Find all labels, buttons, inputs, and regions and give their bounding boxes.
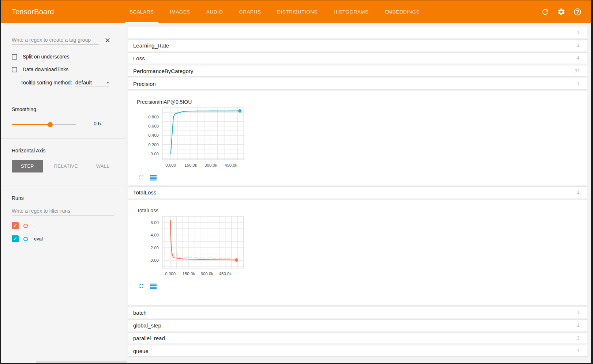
tag-group-row-totalloss[interactable]: TotalLoss 1 (128, 186, 588, 198)
axis-wall-button[interactable]: WALL (90, 160, 116, 172)
svg-text:0.00: 0.00 (151, 258, 159, 262)
horizontal-scrollbar-thumb[interactable] (36, 361, 127, 363)
svg-text:0.600: 0.600 (148, 124, 159, 128)
runs-heading: Runs (12, 195, 114, 201)
sidebar-divider (1, 97, 125, 97)
tab-audio[interactable]: AUDIO (198, 0, 231, 23)
totalloss-expanded-section: TotalLoss 0.000150.0k300.0k450.0k0.002.0… (128, 199, 588, 306)
run-dot-color-swatch (23, 224, 28, 228)
tag-group-row-unnamed[interactable]: 1 (128, 27, 588, 38)
tag-group-row-learning-rate[interactable]: Learning_Rate 1 (128, 39, 588, 51)
sidebar-divider (1, 138, 125, 139)
data-table-bars-icon[interactable] (150, 283, 157, 289)
run-row-dot[interactable]: ✓ . (12, 222, 114, 229)
data-table-bars-icon[interactable] (150, 175, 157, 181)
tag-count-badge: 2 (577, 335, 579, 341)
tag-group-row-queue[interactable]: queue 1 (128, 345, 588, 357)
run-eval-label: eval (34, 236, 43, 242)
scalars-dashboard: 1 Learning_Rate 1 Loss 4 PerformanceByCa… (125, 23, 591, 363)
run-row-eval[interactable]: ✓ eval (12, 235, 114, 242)
tooltip-sorting-value: default (75, 79, 92, 86)
svg-text:150.0k: 150.0k (183, 272, 195, 276)
svg-text:300.0k: 300.0k (204, 163, 217, 167)
tab-distributions[interactable]: DISTRIBUTIONS (269, 0, 326, 23)
data-download-links-checkbox[interactable] (12, 67, 17, 72)
sidebar-divider (1, 186, 125, 186)
tooltip-sorting-select[interactable]: default ▾ (75, 79, 109, 87)
svg-text:450.0k: 450.0k (225, 163, 237, 167)
smoothing-heading: Smoothing (12, 106, 114, 112)
tag-count-badge: 1 (577, 81, 579, 86)
split-on-underscores-checkbox[interactable] (12, 54, 17, 60)
totalloss-chart-card: TotalLoss 0.000150.0k300.0k450.0k0.002.0… (136, 208, 253, 289)
svg-text:6.00: 6.00 (151, 220, 159, 225)
svg-text:0.800: 0.800 (148, 115, 159, 119)
tag-group-row-loss[interactable]: Loss 4 (128, 52, 588, 64)
clear-filter-icon[interactable]: ✕ (105, 37, 110, 44)
tab-graphs[interactable]: GRAPHS (231, 0, 269, 23)
svg-text:2.00: 2.00 (151, 246, 159, 250)
tag-count-badge: 1 (577, 348, 579, 353)
axis-step-button[interactable]: STEP (12, 160, 43, 172)
totalloss-line-chart[interactable]: 0.000150.0k300.0k450.0k0.002.004.006.00 (136, 214, 253, 281)
settings-sidebar: ✕ Split on underscores Data download lin… (1, 23, 125, 363)
tag-count-badge: 1 (577, 190, 579, 195)
chevron-down-icon: ▾ (107, 80, 109, 85)
svg-text:0.000: 0.000 (165, 163, 176, 167)
tag-count-badge: 1 (577, 310, 579, 315)
tag-count-badge: 4 (577, 56, 579, 61)
run-dot-checkbox[interactable]: ✓ (12, 222, 19, 229)
settings-gear-icon[interactable] (557, 7, 566, 16)
tag-count-badge: 1 (577, 43, 579, 48)
chart-title: TotalLoss (137, 208, 253, 213)
tag-count-badge: 1 (577, 30, 579, 35)
tab-histograms[interactable]: HISTOGRAMS (326, 0, 377, 23)
smoothing-slider[interactable] (12, 124, 76, 125)
svg-text:150.0k: 150.0k (184, 163, 197, 167)
tab-embeddings[interactable]: EMBEDDINGS (377, 0, 428, 23)
app-title: TensorBoard (12, 0, 121, 23)
svg-text:0.200: 0.200 (148, 143, 159, 147)
smoothing-value-field[interactable]: 0.6 (94, 121, 114, 128)
tab-images[interactable]: IMAGES (162, 0, 199, 23)
refresh-icon[interactable] (541, 7, 549, 16)
axis-relative-button[interactable]: RELATIVE (48, 160, 85, 172)
expand-chart-icon[interactable] (138, 283, 145, 289)
tag-group-row-batch[interactable]: batch 1 (128, 307, 588, 318)
tag-group-row-global-step[interactable]: global_step 1 (128, 319, 588, 331)
smoothing-slider-thumb[interactable] (48, 122, 53, 127)
runs-filter-input[interactable] (12, 206, 114, 216)
horizontal-axis-heading: Horizontal Axis (12, 148, 114, 153)
tag-group-row-precision[interactable]: Precision 1 (128, 78, 588, 90)
split-on-underscores-option[interactable]: Split on underscores (12, 54, 114, 60)
svg-text:0.00: 0.00 (151, 152, 159, 156)
precision-chart-card: Precision/mAP@0.5IOU 0.000150.0k300.0k45… (136, 99, 253, 181)
smoothing-slider-fill (12, 124, 50, 125)
tag-group-row-parallel-read[interactable]: parallel_read 2 (128, 332, 588, 344)
svg-text:4.00: 4.00 (151, 233, 159, 237)
top-nav-tabs: SCALARS IMAGES AUDIO GRAPHS DISTRIBUTION… (121, 0, 428, 23)
run-eval-color-swatch (23, 237, 28, 241)
svg-text:300.0k: 300.0k (201, 272, 214, 276)
tooltip-sorting-label: Tooltip sorting method: (20, 80, 72, 86)
app-toolbar: TensorBoard SCALARS IMAGES AUDIO GRAPHS … (1, 0, 591, 23)
help-icon[interactable] (573, 7, 582, 16)
chart-title: Precision/mAP@0.5IOU (137, 99, 253, 105)
precision-map-line-chart[interactable]: 0.000150.0k300.0k450.0k0.000.2000.4000.6… (136, 106, 253, 173)
data-download-links-option[interactable]: Data download links (12, 67, 114, 72)
split-on-underscores-label: Split on underscores (23, 54, 70, 60)
tag-count-badge: 37 (575, 68, 579, 73)
tag-count-badge: 1 (577, 323, 579, 328)
tag-group-row-performancebycategory[interactable]: PerformanceByCategory 37 (128, 65, 588, 77)
svg-text:450.0k: 450.0k (219, 272, 232, 276)
run-dot-label: . (34, 223, 35, 228)
run-eval-checkbox[interactable]: ✓ (12, 235, 19, 242)
precision-expanded-section: Precision/mAP@0.5IOU 0.000150.0k300.0k45… (128, 91, 588, 185)
data-download-links-label: Data download links (23, 67, 68, 72)
svg-text:0.000: 0.000 (165, 272, 176, 276)
tab-scalars[interactable]: SCALARS (121, 0, 162, 23)
svg-text:0.400: 0.400 (148, 133, 159, 137)
expand-chart-icon[interactable] (138, 174, 145, 181)
tag-filter-input[interactable] (12, 35, 99, 45)
